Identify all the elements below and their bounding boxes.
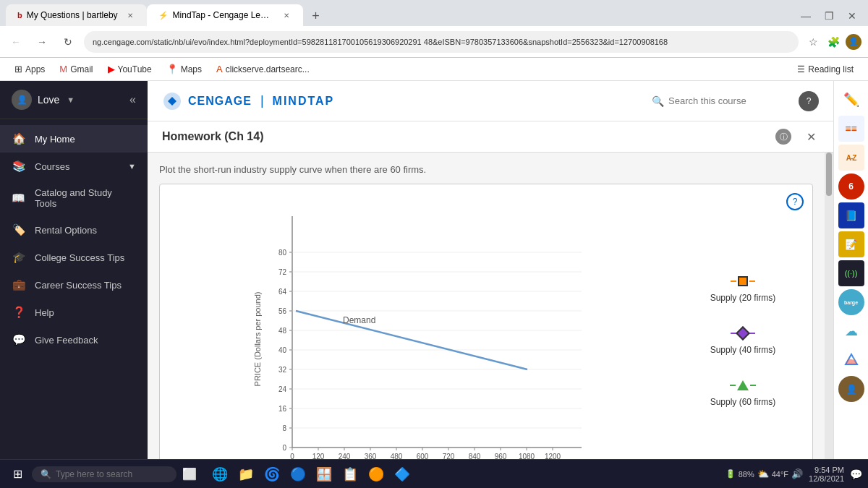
svg-text:40: 40 bbox=[278, 346, 287, 354]
help-circle-button[interactable]: ? bbox=[799, 91, 819, 111]
reading-list-label: Reading list bbox=[808, 64, 854, 74]
toolbar-rss-button[interactable]: ≡≡ bbox=[838, 116, 864, 142]
battery-percent: 88% bbox=[739, 470, 754, 479]
supply40-marker bbox=[731, 326, 754, 341]
bookmark-gmail[interactable]: M Gmail bbox=[54, 62, 98, 76]
taskview-button[interactable]: ⬜ bbox=[179, 464, 200, 484]
svg-text:56: 56 bbox=[278, 307, 287, 315]
tab-bartleby[interactable]: b My Questions | bartleby ✕ bbox=[6, 4, 147, 26]
supply60-label: Supply (60 firms) bbox=[710, 397, 776, 407]
toolbar-book-button[interactable]: 📘 bbox=[838, 202, 864, 228]
toolbar-barge-button[interactable]: barge bbox=[838, 289, 864, 315]
sidebar-item-help[interactable]: ❓ Help bbox=[0, 299, 148, 326]
toolbar-az-button[interactable]: A-Z bbox=[838, 145, 864, 171]
svg-text:80: 80 bbox=[278, 249, 287, 257]
supply20-marker bbox=[731, 274, 754, 288]
tab-mindtap[interactable]: ⚡ MindTap - Cengage Learning ✕ bbox=[147, 4, 303, 26]
toolbar-cloud-button[interactable]: ☁ bbox=[838, 318, 864, 344]
taskbar-systray: 🔋 88% ⛅ 44°F 🔊 bbox=[726, 468, 803, 479]
gdrive-icon bbox=[844, 353, 859, 367]
sidebar: 👤 Love ▼ « 🏠 My Home 📚 Courses ▼ 📖 bbox=[0, 81, 148, 459]
reading-list-button[interactable]: ☰ Reading list bbox=[791, 63, 859, 76]
taskbar-app-edge[interactable]: 🌐 bbox=[208, 463, 231, 486]
search-input[interactable] bbox=[668, 95, 784, 106]
toolbar-profile-button[interactable]: 👤 bbox=[838, 376, 864, 402]
cengage-logo: CENGAGE | MINDTAP bbox=[162, 91, 334, 111]
homework-info-button[interactable]: ⓘ bbox=[775, 129, 791, 145]
toolbar-gdrive-button[interactable] bbox=[838, 347, 864, 373]
chart-help-button[interactable]: ? bbox=[786, 193, 804, 210]
search-bar: 🔍 bbox=[652, 95, 784, 107]
sidebar-item-courses[interactable]: 📚 Courses ▼ bbox=[0, 153, 148, 180]
restore-button[interactable]: ❐ bbox=[819, 6, 839, 26]
refresh-button[interactable]: ↻ bbox=[58, 32, 78, 52]
sidebar-item-feedback-label: Give Feedback bbox=[35, 335, 98, 346]
supply60-line-left bbox=[730, 385, 736, 386]
back-button[interactable]: ← bbox=[6, 32, 26, 52]
clickserve-icon: A bbox=[216, 64, 223, 74]
supply40-diamond-icon bbox=[736, 326, 750, 341]
supply60-triangle-icon bbox=[737, 380, 749, 390]
tab-bartleby-label: My Questions | bartleby bbox=[27, 10, 118, 20]
sidebar-item-my-home[interactable]: 🏠 My Home bbox=[0, 125, 148, 153]
taskbar-clock[interactable]: 9:54 PM 12/8/2021 bbox=[809, 466, 844, 483]
taskbar-app-orange[interactable]: 🟠 bbox=[365, 463, 388, 486]
notification-button[interactable]: 💬 bbox=[850, 468, 862, 480]
bookmark-clickserve[interactable]: A clickserve.dartsearc... bbox=[210, 62, 315, 76]
supply60-marker bbox=[731, 378, 754, 393]
bookmark-clickserve-label: clickserve.dartsearc... bbox=[226, 64, 310, 74]
user-dropdown-icon: ▼ bbox=[67, 95, 75, 104]
sidebar-item-feedback[interactable]: 💬 Give Feedback bbox=[0, 326, 148, 354]
svg-text:0: 0 bbox=[282, 444, 286, 452]
new-tab-button[interactable]: + bbox=[306, 6, 326, 26]
close-button[interactable]: ✕ bbox=[842, 6, 862, 26]
chart-svg: PRICE (Dollars per pound) 0 bbox=[171, 202, 673, 459]
homework-bar: Homework (Ch 14) ⓘ ✕ bbox=[148, 121, 833, 153]
bookmarks-bar: ⊞ Apps M Gmail ▶ YouTube 📍 Maps A clicks… bbox=[0, 58, 868, 81]
sidebar-item-rental-label: Rental Options bbox=[35, 225, 97, 236]
bookmark-star-icon[interactable]: ☆ bbox=[804, 33, 822, 51]
bookmark-maps[interactable]: 📍 Maps bbox=[161, 62, 208, 76]
taskbar-app-store[interactable]: 🪟 bbox=[312, 463, 336, 486]
tab-bartleby-close[interactable]: ✕ bbox=[125, 10, 135, 20]
bookmark-apps[interactable]: ⊞ Apps bbox=[9, 62, 51, 76]
legend-item-supply20: Supply (20 firms) bbox=[685, 274, 801, 303]
sidebar-item-rental[interactable]: 🏷️ Rental Options bbox=[0, 216, 148, 244]
supply60-line-right bbox=[750, 385, 756, 386]
taskbar-app-explorer[interactable]: 📁 bbox=[234, 463, 258, 486]
start-button[interactable]: ⊞ bbox=[6, 463, 29, 486]
homework-close-button[interactable]: ✕ bbox=[803, 129, 819, 145]
forward-button[interactable]: → bbox=[32, 32, 52, 52]
browser-extension-icon[interactable]: 🧩 bbox=[825, 33, 842, 51]
clock-time: 9:54 PM bbox=[809, 466, 844, 474]
taskbar-app-teams[interactable]: 🔷 bbox=[391, 463, 414, 486]
sidebar-item-college[interactable]: 🎓 College Success Tips bbox=[0, 244, 148, 271]
sidebar-item-career[interactable]: 💼 Career Success Tips bbox=[0, 271, 148, 299]
svg-text:120: 120 bbox=[312, 453, 325, 459]
toolbar-pencil-button[interactable]: ✏️ bbox=[838, 87, 864, 113]
sidebar-user[interactable]: 👤 Love ▼ bbox=[12, 90, 75, 110]
volume-icon[interactable]: 🔊 bbox=[791, 468, 803, 479]
scrollbar-thumb[interactable] bbox=[826, 153, 832, 196]
profile-avatar[interactable]: 👤 bbox=[846, 34, 861, 50]
toolbar-note-button[interactable]: 📝 bbox=[838, 231, 864, 257]
taskbar-search-input[interactable] bbox=[56, 469, 164, 479]
bookmark-youtube[interactable]: ▶ YouTube bbox=[102, 62, 158, 76]
taskbar-app-todo[interactable]: 📋 bbox=[339, 463, 362, 486]
taskbar-search[interactable]: 🔍 bbox=[32, 466, 176, 482]
sidebar-collapse-button[interactable]: « bbox=[129, 93, 136, 106]
tab-mindtap-close[interactable]: ✕ bbox=[281, 10, 292, 20]
supply20-line-left bbox=[731, 281, 736, 282]
minimize-button[interactable]: — bbox=[796, 6, 816, 26]
toolbar-wifi-button[interactable]: ((·)) bbox=[838, 260, 864, 286]
legend-item-supply60: Supply (60 firms) bbox=[685, 378, 801, 407]
svg-text:960: 960 bbox=[495, 453, 507, 459]
sidebar-item-catalog[interactable]: 📖 Catalog and Study Tools bbox=[0, 180, 148, 216]
taskbar-app-chrome[interactable]: 🌀 bbox=[260, 463, 284, 486]
profile-icon[interactable]: 👤 bbox=[845, 33, 862, 51]
svg-text:240: 240 bbox=[339, 453, 351, 459]
toolbar-o-button[interactable]: 6 bbox=[838, 174, 864, 200]
apps-icon: ⊞ bbox=[14, 64, 22, 74]
address-input[interactable] bbox=[84, 31, 799, 53]
taskbar-app-edge2[interactable]: 🔵 bbox=[286, 463, 310, 486]
